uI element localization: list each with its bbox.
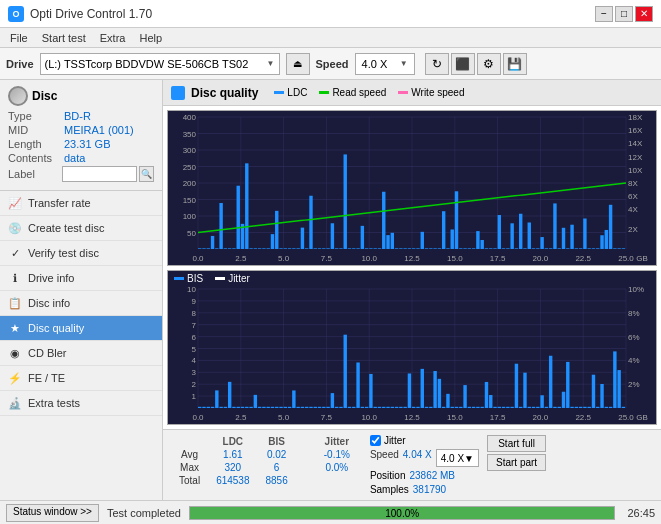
speed-info-label: Speed bbox=[370, 449, 399, 467]
disc-type-row: Type BD-R bbox=[8, 110, 154, 122]
length-label: Length bbox=[8, 138, 64, 150]
legend-write-speed: Write speed bbox=[398, 87, 464, 98]
speed-stats-select[interactable]: 4.0 X ▼ bbox=[436, 449, 479, 467]
stats-table: LDC BIS Jitter Avg 1.61 0.02 -0.1% bbox=[171, 435, 358, 487]
panel-header: Disc quality LDC Read speed Write speed bbox=[163, 80, 661, 106]
legend-read-speed: Read speed bbox=[319, 87, 386, 98]
ldc-chart bbox=[168, 111, 656, 265]
disc-info-icon: 📋 bbox=[8, 296, 22, 310]
max-ldc: 320 bbox=[208, 461, 257, 474]
disc-label-label: Label bbox=[8, 168, 62, 180]
speed-arrow-icon: ▼ bbox=[400, 59, 408, 68]
chart-legend-1: LDC Read speed Write speed bbox=[274, 87, 464, 98]
contents-label: Contents bbox=[8, 152, 64, 164]
samples-label: Samples bbox=[370, 484, 409, 495]
sidebar-item-label-extra-tests: Extra tests bbox=[28, 397, 80, 409]
col-header-spacer bbox=[296, 435, 316, 448]
legend-read-speed-label: Read speed bbox=[332, 87, 386, 98]
stop-icon[interactable]: ⬛ bbox=[451, 53, 475, 75]
disc-panel: Disc Type BD-R MID MEIRA1 (001) Length 2… bbox=[0, 80, 162, 191]
settings-icon[interactable]: ⚙ bbox=[477, 53, 501, 75]
stats-inner: LDC BIS Jitter Avg 1.61 0.02 -0.1% bbox=[169, 432, 548, 498]
bis-legend: BIS Jitter bbox=[174, 273, 250, 284]
main-layout: Disc Type BD-R MID MEIRA1 (001) Length 2… bbox=[0, 80, 661, 500]
menu-file[interactable]: File bbox=[4, 31, 34, 45]
bis-legend-bis: BIS bbox=[174, 273, 203, 284]
total-ldc: 614538 bbox=[208, 474, 257, 487]
read-speed-color-dot bbox=[319, 91, 329, 94]
status-window-button[interactable]: Status window >> bbox=[6, 504, 99, 522]
disc-quality-icon: ★ bbox=[8, 321, 22, 335]
avg-jitter: -0.1% bbox=[316, 448, 358, 461]
menu-extra[interactable]: Extra bbox=[94, 31, 132, 45]
start-full-button[interactable]: Start full bbox=[487, 435, 546, 452]
disc-fields: Type BD-R MID MEIRA1 (001) Length 23.31 … bbox=[8, 110, 154, 182]
legend-ldc: LDC bbox=[274, 87, 307, 98]
titlebar-left: O Opti Drive Control 1.70 bbox=[8, 6, 152, 22]
disc-label-row: Label 🔍 bbox=[8, 166, 154, 182]
sidebar: Disc Type BD-R MID MEIRA1 (001) Length 2… bbox=[0, 80, 163, 500]
col-header-bis: BIS bbox=[258, 435, 296, 448]
bis-legend-jitter: Jitter bbox=[215, 273, 250, 284]
sidebar-item-disc-quality[interactable]: ★ Disc quality bbox=[0, 316, 162, 341]
close-button[interactable]: ✕ bbox=[635, 6, 653, 22]
total-spacer bbox=[296, 474, 316, 487]
sidebar-item-label-disc-info: Disc info bbox=[28, 297, 70, 309]
contents-value: data bbox=[64, 152, 85, 164]
avg-ldc: 1.61 bbox=[208, 448, 257, 461]
sidebar-item-create-test-disc[interactable]: 💿 Create test disc bbox=[0, 216, 162, 241]
panel-title: Disc quality bbox=[191, 86, 258, 100]
jitter-color-dot bbox=[215, 277, 225, 280]
menu-help[interactable]: Help bbox=[133, 31, 168, 45]
avg-spacer bbox=[296, 448, 316, 461]
disc-label-input[interactable] bbox=[62, 166, 137, 182]
verify-test-disc-icon: ✓ bbox=[8, 246, 22, 260]
sidebar-item-cd-bler[interactable]: ◉ CD Bler bbox=[0, 341, 162, 366]
col-header-empty bbox=[171, 435, 208, 448]
sidebar-item-verify-test-disc[interactable]: ✓ Verify test disc bbox=[0, 241, 162, 266]
stats-avg-row: Avg 1.61 0.02 -0.1% bbox=[171, 448, 358, 461]
ldc-color-dot bbox=[274, 91, 284, 94]
disc-mid-row: MID MEIRA1 (001) bbox=[8, 124, 154, 136]
sidebar-item-fe-te[interactable]: ⚡ FE / TE bbox=[0, 366, 162, 391]
drive-label: Drive bbox=[6, 58, 34, 70]
refresh-icon[interactable]: ↻ bbox=[425, 53, 449, 75]
titlebar: O Opti Drive Control 1.70 − □ ✕ bbox=[0, 0, 661, 28]
eject-button[interactable]: ⏏ bbox=[286, 53, 310, 75]
app-icon: O bbox=[8, 6, 24, 22]
progress-bar-container: 100.0% bbox=[189, 506, 616, 520]
status-text: Test completed bbox=[107, 507, 181, 519]
legend-write-speed-label: Write speed bbox=[411, 87, 464, 98]
bis-chart bbox=[168, 271, 656, 424]
drive-select[interactable]: (L:) TSSTcorp BDDVDW SE-506CB TS02 ▼ bbox=[40, 53, 280, 75]
save-icon[interactable]: 💾 bbox=[503, 53, 527, 75]
speed-select[interactable]: 4.0 X ▼ bbox=[355, 53, 415, 75]
bis-label: BIS bbox=[187, 273, 203, 284]
sidebar-item-label-drive-info: Drive info bbox=[28, 272, 74, 284]
total-bis: 8856 bbox=[258, 474, 296, 487]
disc-length-row: Length 23.31 GB bbox=[8, 138, 154, 150]
stats-bar: LDC BIS Jitter Avg 1.61 0.02 -0.1% bbox=[163, 429, 661, 500]
disc-label-button[interactable]: 🔍 bbox=[139, 166, 154, 182]
minimize-button[interactable]: − bbox=[595, 6, 613, 22]
max-jitter: 0.0% bbox=[316, 461, 358, 474]
sidebar-item-disc-info[interactable]: 📋 Disc info bbox=[0, 291, 162, 316]
extra-tests-icon: 🔬 bbox=[8, 396, 22, 410]
length-value: 23.31 GB bbox=[64, 138, 110, 150]
jitter-checkbox-label: Jitter bbox=[384, 435, 406, 446]
menubar: File Start test Extra Help bbox=[0, 28, 661, 48]
titlebar-controls: − □ ✕ bbox=[595, 6, 653, 22]
maximize-button[interactable]: □ bbox=[615, 6, 633, 22]
app-title: Opti Drive Control 1.70 bbox=[30, 7, 152, 21]
speed-select-text: 4.0 X bbox=[362, 58, 400, 70]
col-header-ldc: LDC bbox=[208, 435, 257, 448]
drive-select-arrow-icon: ▼ bbox=[267, 59, 275, 68]
max-label: Max bbox=[171, 461, 208, 474]
jitter-checkbox[interactable] bbox=[370, 435, 381, 446]
sidebar-item-extra-tests[interactable]: 🔬 Extra tests bbox=[0, 391, 162, 416]
start-part-button[interactable]: Start part bbox=[487, 454, 546, 471]
menu-start-test[interactable]: Start test bbox=[36, 31, 92, 45]
drivebar: Drive (L:) TSSTcorp BDDVDW SE-506CB TS02… bbox=[0, 48, 661, 80]
sidebar-item-transfer-rate[interactable]: 📈 Transfer rate bbox=[0, 191, 162, 216]
sidebar-item-drive-info[interactable]: ℹ Drive info bbox=[0, 266, 162, 291]
